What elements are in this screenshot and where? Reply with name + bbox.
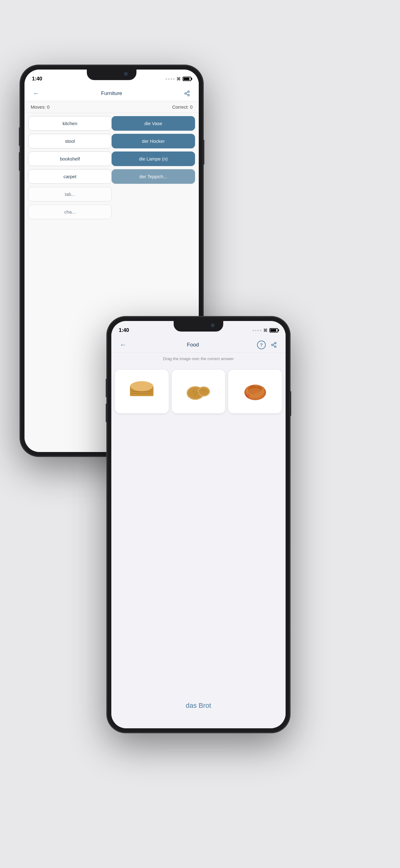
drag-hint: Drag the image over the correct answer bbox=[111, 353, 286, 365]
share-icon-2 bbox=[271, 342, 277, 348]
time-2: 1:40 bbox=[119, 327, 129, 333]
svg-line-3 bbox=[186, 94, 188, 95]
english-column: kitchen stool bookshelf carpet tab... ch… bbox=[28, 116, 112, 219]
notch-2 bbox=[174, 321, 223, 332]
word-stool[interactable]: stool bbox=[28, 134, 112, 148]
chicken-svg bbox=[241, 381, 269, 402]
back-arrow-icon-2: ← bbox=[120, 341, 127, 349]
svg-point-31 bbox=[246, 388, 264, 399]
word-chair[interactable]: cha... bbox=[28, 205, 112, 219]
screen-food: 1:40 ⌘ ← Foo bbox=[111, 321, 286, 728]
word-der-hocker[interactable]: der Hocker bbox=[112, 134, 195, 148]
svg-point-22 bbox=[199, 388, 209, 395]
svg-point-24 bbox=[205, 391, 206, 392]
back-button-furniture[interactable]: ← bbox=[31, 88, 42, 99]
back-arrow-icon: ← bbox=[33, 89, 40, 97]
food-images-row bbox=[111, 365, 286, 418]
svg-point-2 bbox=[188, 94, 190, 96]
share-button-food[interactable] bbox=[268, 339, 279, 350]
wifi-icon-2: ⌘ bbox=[263, 328, 268, 333]
bread-svg bbox=[128, 381, 156, 402]
furniture-title: Furniture bbox=[42, 90, 181, 97]
svg-point-0 bbox=[188, 91, 190, 92]
word-der-teppich[interactable]: der Teppich... bbox=[112, 169, 195, 184]
signal-icon bbox=[166, 78, 174, 80]
svg-point-5 bbox=[275, 342, 276, 344]
scene: 1:40 ⌘ ← Fur bbox=[0, 0, 400, 868]
help-icon: ? bbox=[260, 342, 263, 347]
food-card-bread[interactable] bbox=[115, 370, 169, 413]
wifi-icon: ⌘ bbox=[176, 76, 181, 81]
battery-icon-2 bbox=[269, 328, 278, 333]
svg-line-9 bbox=[273, 343, 275, 344]
word-die-lampe[interactable]: die Lampe (n) bbox=[112, 152, 195, 166]
svg-rect-13 bbox=[131, 391, 152, 392]
battery-icon bbox=[182, 77, 191, 81]
help-button[interactable]: ? bbox=[257, 341, 266, 349]
word-kitchen[interactable]: kitchen bbox=[28, 116, 112, 131]
word-table[interactable]: tab... bbox=[28, 187, 112, 202]
svg-point-18 bbox=[193, 391, 194, 393]
food-answer-text: das Brot bbox=[186, 702, 211, 710]
signal-icon-2 bbox=[253, 330, 261, 331]
word-bookshelf[interactable]: bookshelf bbox=[28, 152, 112, 166]
food-card-cookie[interactable] bbox=[172, 370, 226, 413]
food-title: Food bbox=[129, 342, 257, 348]
back-button-food[interactable]: ← bbox=[118, 339, 129, 350]
cookie-image bbox=[174, 375, 223, 408]
german-column: die Vase der Hocker die Lampe (n) der Te… bbox=[112, 116, 195, 184]
food-card-chicken[interactable] bbox=[228, 370, 282, 413]
score-bar: Moves: 0 Correct: 0 bbox=[25, 101, 199, 113]
svg-point-7 bbox=[275, 346, 276, 347]
svg-point-19 bbox=[196, 392, 198, 393]
food-answer-area: das Brot bbox=[111, 418, 286, 728]
svg-point-1 bbox=[185, 93, 186, 94]
svg-rect-14 bbox=[131, 393, 152, 394]
chicken-image bbox=[231, 375, 279, 408]
time-1: 1:40 bbox=[32, 76, 42, 82]
word-carpet[interactable]: carpet bbox=[28, 169, 112, 184]
svg-point-6 bbox=[272, 344, 273, 345]
moves-label: Moves: 0 bbox=[31, 104, 49, 110]
svg-line-4 bbox=[186, 92, 188, 93]
svg-point-23 bbox=[202, 390, 203, 391]
word-die-vase[interactable]: die Vase bbox=[112, 116, 195, 131]
status-icons-2: ⌘ bbox=[253, 328, 278, 333]
cookie-svg bbox=[185, 381, 212, 402]
phone-food: 1:40 ⌘ ← Foo bbox=[107, 317, 290, 733]
svg-point-20 bbox=[194, 394, 196, 395]
svg-point-15 bbox=[131, 381, 153, 391]
notch-1 bbox=[87, 69, 136, 80]
correct-label: Correct: 0 bbox=[172, 104, 193, 110]
share-icon bbox=[184, 90, 190, 97]
share-button-furniture[interactable] bbox=[181, 88, 193, 99]
bread-image bbox=[118, 375, 166, 408]
nav-bar-food: ← Food ? bbox=[111, 337, 286, 353]
nav-bar-furniture: ← Furniture bbox=[25, 86, 199, 101]
status-icons-1: ⌘ bbox=[166, 76, 191, 81]
svg-line-8 bbox=[273, 345, 275, 346]
